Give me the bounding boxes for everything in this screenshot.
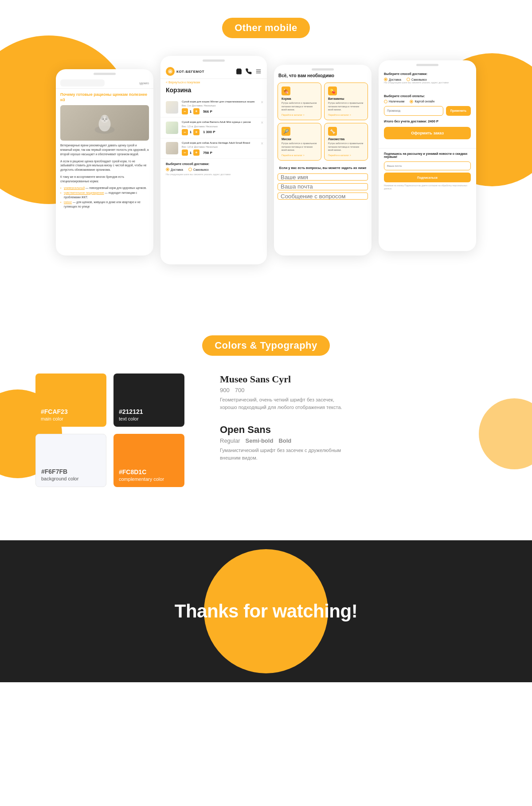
- payment-card[interactable]: Картой онлайн: [410, 100, 434, 103]
- back-link[interactable]: < Вернуться к покупкам: [160, 79, 267, 86]
- item-name-1: Сухой корм для кошек Winner для стерилиз…: [182, 100, 262, 103]
- article-title: Почему готовые рационы щенкам полезнее н…: [60, 92, 149, 102]
- checkout-radio-pickup[interactable]: [407, 78, 410, 81]
- item-controls-1: − 1 + 566 Р: [182, 108, 262, 114]
- svg-point-6: [106, 118, 107, 120]
- phone3-footer: Если у вас есть вопросы, вы можете задат…: [274, 162, 372, 205]
- qty-value-1: 1: [190, 110, 192, 113]
- food-title: Корма: [282, 97, 317, 100]
- divider-2: [0, 505, 532, 523]
- phone1-header: здомго: [56, 78, 153, 89]
- item-image-2: [166, 122, 178, 134]
- phone2-header: КОТ-БЕГЕМОТ: [160, 64, 267, 79]
- museo-weight-900: 900: [220, 387, 230, 393]
- item-meta-2: Вес: 1,5 кг Доставка: Несколько: [182, 125, 262, 128]
- item-info-1: Сухой корм для кошек Winner для стерилиз…: [182, 100, 262, 114]
- qty-value-2: 1: [190, 130, 192, 134]
- phone1-content: Почему готовые рационы щенкам полезнее н…: [56, 89, 153, 212]
- menu-icon[interactable]: [255, 68, 262, 75]
- question-message-input[interactable]: [278, 193, 368, 200]
- payment-cash[interactable]: Наличными: [384, 100, 404, 103]
- phone-checkout: Выберите способ доставки: Доставка Самов…: [379, 60, 476, 251]
- swatch-main-color: #FCAF23 main color: [35, 374, 106, 427]
- swatch-bg-color: #F6F7FB background color: [35, 434, 106, 487]
- phone-cart: КОТ-БЕГЕМОТ < Ве: [160, 56, 267, 264]
- qty-minus-2[interactable]: −: [182, 129, 188, 135]
- question-email-input[interactable]: [278, 183, 368, 190]
- question-name-input[interactable]: [278, 173, 368, 181]
- swatch-text-color: #212121 text color: [113, 374, 184, 427]
- article-body3: К тому же в ассортименте многих брендов …: [60, 175, 149, 184]
- colors-label: Colors & Typography: [202, 335, 330, 356]
- checkout-payment-section: Выберите способ оплаты: Наличными Картой…: [379, 91, 476, 148]
- swatch-bg-label: background color: [41, 476, 101, 481]
- item-image-1: [166, 101, 178, 114]
- subscribe-hint: Нажимая на кнопку Подписаться вы даете с…: [384, 184, 471, 190]
- swatch-text-hex: #212121: [119, 408, 179, 415]
- phone-article: здомго Почему готовые рационы щенкам пол…: [56, 69, 153, 256]
- list-item-1: универсальный — повседневный корм для зд…: [60, 186, 149, 190]
- qty-plus-3[interactable]: +: [193, 149, 200, 156]
- promo-row: Применить: [384, 106, 471, 116]
- toy-link[interactable]: Перейти в каталог >: [282, 154, 317, 157]
- delivery-option-2[interactable]: Самовывоз: [188, 168, 209, 171]
- remove-item-2[interactable]: ×: [261, 120, 263, 125]
- subscribe-button[interactable]: Подписаться: [384, 173, 471, 182]
- list-item-2: чувствительное пищеварение — подходит пи…: [60, 191, 149, 200]
- payment-options: Наличными Картой онлайн: [384, 100, 471, 103]
- promo-input[interactable]: [384, 106, 443, 116]
- item-name-3: Сухой корм для собак Acana Heritage Adul…: [182, 141, 262, 145]
- cart-item-3: Сухой корм для собак Acana Heritage Adul…: [160, 138, 267, 159]
- delivery-option-1[interactable]: Доставка: [166, 168, 183, 171]
- qty-minus-1[interactable]: −: [182, 108, 188, 114]
- payment-radio-card[interactable]: [410, 100, 413, 103]
- qty-plus-2[interactable]: +: [193, 129, 200, 135]
- food-desc: Рутра заботится о правильном питании пит…: [282, 102, 317, 112]
- qty-plus-1[interactable]: +: [193, 108, 200, 114]
- remove-item-1[interactable]: ×: [261, 100, 263, 105]
- article-body2: А если в рационе щенка преобладает сухой…: [60, 159, 149, 172]
- notch-bar-1: [94, 73, 116, 75]
- food-link[interactable]: Перейти в каталог >: [282, 114, 317, 116]
- phone-icon[interactable]: [246, 68, 252, 75]
- cart-item-2: Сухой корм для собак Bamers Adult Mini к…: [160, 118, 267, 138]
- checkout-delivery-1[interactable]: Доставка: [384, 78, 401, 81]
- item-name-2: Сухой корм для собак Bamers Adult Mini к…: [182, 120, 262, 124]
- toy-icon: 🎾: [282, 127, 290, 136]
- brand-icon: [166, 67, 175, 76]
- delivery-options: Доставка Самовывоз: [166, 168, 262, 171]
- item-price-2: 1 300 Р: [203, 130, 215, 134]
- colors-content: #FCAF23 main color #212121 text color #F…: [0, 374, 532, 487]
- checkout-radio-delivery[interactable]: [384, 78, 387, 81]
- search-bar[interactable]: [60, 79, 105, 86]
- opensans-bold: Bold: [278, 437, 291, 444]
- cat-card-vitamins: 💊 Витамины Рутра заботится о правильном …: [324, 83, 368, 120]
- treat-desc: Рутра заботится о правильном питании пит…: [328, 142, 364, 152]
- typography-section: Museo Sans Cyrl 900 700 Геометрический, …: [220, 374, 497, 487]
- qty-minus-3[interactable]: −: [182, 149, 188, 156]
- delivery-label: Выберите способ доставки:: [166, 162, 262, 165]
- cat-card-food: 🍖 Корма Рутра заботится о правильном пит…: [278, 83, 321, 120]
- checkout-delivery-label: Выберите способ доставки:: [384, 72, 471, 75]
- order-button[interactable]: Оформить заказ: [384, 127, 471, 139]
- vitamin-link[interactable]: Перейти в каталог >: [328, 114, 364, 116]
- radio-delivery[interactable]: [166, 168, 169, 171]
- checkout-delivery-section: Выберите способ доставки: Доставка Самов…: [379, 69, 476, 91]
- swatch-main-label: main color: [41, 416, 101, 421]
- subscribe-email-input[interactable]: [384, 161, 471, 170]
- swatch-main-hex: #FCAF23: [41, 408, 101, 415]
- remove-item-3[interactable]: ×: [261, 141, 263, 146]
- phones-row: здомго Почему готовые рационы щенкам пол…: [0, 56, 532, 264]
- item-image-3: [166, 142, 178, 154]
- cart-icon[interactable]: [236, 68, 242, 75]
- colors-typography-section: Colors & Typography #FCAF23 main color #…: [0, 309, 532, 505]
- checkout-delivery-2[interactable]: Самовывоз: [407, 78, 427, 81]
- promo-apply-button[interactable]: Применить: [446, 106, 471, 116]
- radio-pickup[interactable]: [188, 168, 192, 171]
- item-controls-2: − 1 + 1 300 Р: [182, 129, 262, 135]
- divider-1: [0, 291, 532, 309]
- treat-link[interactable]: Перейти в каталог >: [328, 154, 364, 157]
- payment-radio-cash[interactable]: [384, 100, 387, 103]
- item-price-1: 566 Р: [203, 110, 212, 114]
- other-mobile-section: Other mobile здомго Почему готовые рацио…: [0, 0, 532, 291]
